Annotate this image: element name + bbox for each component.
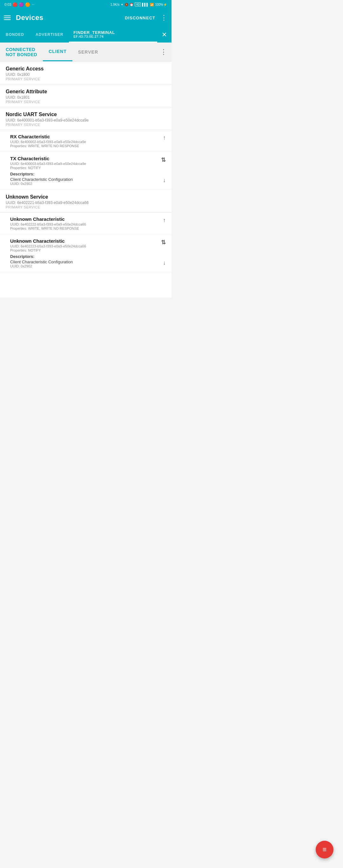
- service-uuid-0: UUID: 0x1800: [6, 72, 166, 77]
- char-descriptors-2-1: Descriptors:Client Characteristic Config…: [10, 172, 166, 186]
- connection-status-line2: NOT BONDED: [6, 52, 37, 57]
- hamburger-line-3: [4, 19, 11, 20]
- char-left-3-1: Unknown CharacteristicUUID: 6e402223-b5a…: [10, 238, 86, 252]
- hamburger-line-1: [4, 16, 11, 16]
- char-name-2-0: RX Characteristic: [10, 134, 86, 139]
- desc-name-3-1-0: Client Characteristic Configuration: [10, 259, 73, 264]
- desc-item-3-1-0: Client Characteristic ConfigurationUUID:…: [10, 259, 166, 268]
- char-uuid-2-1: UUID: 6e400003-b5a3-f393-e0a9-e50e24dcca…: [10, 162, 86, 165]
- service-name-3: Unknown Service: [6, 194, 166, 200]
- connection-more-button[interactable]: ⋮: [155, 48, 171, 56]
- desc-download-icon-3-1-0[interactable]: [163, 259, 166, 266]
- char-left-2-1: TX CharacteristicUUID: 6e400003-b5a3-f39…: [10, 156, 86, 170]
- service-block-1: Generic AttributeUUID: 0x1801PRIMARY SER…: [0, 84, 171, 107]
- desc-uuid-3-1-0: UUID: 0x2902: [10, 264, 73, 268]
- char-uuid-2-0: UUID: 6e400002-b5a3-f393-e0a9-e50e24dcca…: [10, 140, 86, 144]
- char-block-2-0: RX CharacteristicUUID: 6e400002-b5a3-f39…: [0, 130, 171, 152]
- app-icon-2: 🟣: [19, 2, 24, 7]
- time-display: 0:03: [4, 3, 11, 6]
- finder-tab-content: FINDER_TERMINAL EF:43:73:0E:27:74: [74, 30, 115, 38]
- char-left-2-0: RX CharacteristicUUID: 6e400002-b5a3-f39…: [10, 134, 86, 148]
- mute-icon: 🔕: [124, 3, 128, 6]
- menu-button[interactable]: [4, 16, 11, 20]
- page-title: Devices: [16, 13, 125, 22]
- char-upload-icon-3-0[interactable]: [163, 217, 166, 224]
- service-block-0: Generic AccessUUID: 0x1800PRIMARY SERVIC…: [0, 62, 171, 84]
- service-name-1: Generic Attribute: [6, 89, 166, 95]
- signal-icon: ▌▌▌: [142, 3, 149, 6]
- char-notify-icon-2-1[interactable]: [161, 156, 166, 163]
- more-dots: ···: [31, 3, 34, 6]
- char-block-3-1: Unknown CharacteristicUUID: 6e402223-b5a…: [0, 235, 171, 272]
- app-icon-3: 🟠: [25, 2, 30, 7]
- char-props-2-1: Properties: NOTIFY: [10, 166, 86, 170]
- more-options-button[interactable]: ⋮: [161, 13, 168, 22]
- status-left: 0:03 🔴 🟣 🟠 ···: [4, 2, 35, 7]
- char-header-2-0: RX CharacteristicUUID: 6e400002-b5a3-f39…: [10, 134, 166, 148]
- char-uuid-3-0: UUID: 6e402222-b5a3-f393-e0a9-e50e24dcca…: [10, 222, 86, 226]
- bonded-tab[interactable]: BONDED: [0, 27, 30, 42]
- char-props-3-1: Properties: NOTIFY: [10, 248, 86, 252]
- services-list: Generic AccessUUID: 0x1800PRIMARY SERVIC…: [0, 62, 171, 298]
- char-props-2-0: Properties: WRITE, WRITE NO RESPONSE: [10, 144, 86, 148]
- char-descriptors-3-1: Descriptors:Client Characteristic Config…: [10, 254, 166, 268]
- service-uuid-3: UUID: 6e402221-b5a3-f393-e0a9-e50e24dcca…: [6, 200, 166, 205]
- finder-device-name: FINDER_TERMINAL: [74, 30, 115, 35]
- service-type-3: PRIMARY SERVICE: [6, 205, 166, 209]
- service-type-2: PRIMARY SERVICE: [6, 123, 166, 127]
- bluetooth-icon: ✦: [121, 3, 123, 6]
- desc-label-2-1-0: Descriptors:: [10, 172, 166, 176]
- desc-left-2-1-0: Client Characteristic ConfigurationUUID:…: [10, 177, 73, 186]
- disconnect-button[interactable]: DISCONNECT: [125, 16, 155, 20]
- app-icon-1: 🔴: [12, 2, 18, 7]
- service-name-2: Nordic UART Service: [6, 112, 166, 117]
- char-block-3-0: Unknown CharacteristicUUID: 6e402222-b5a…: [0, 213, 171, 235]
- server-tab[interactable]: SERVER: [73, 42, 104, 61]
- connection-status-line1: CONNECTED: [6, 47, 37, 52]
- char-header-3-0: Unknown CharacteristicUUID: 6e402222-b5a…: [10, 216, 166, 230]
- alarm-icon: ⏰: [130, 3, 134, 6]
- char-upload-icon-2-0[interactable]: [163, 134, 166, 141]
- desc-label-3-1-0: Descriptors:: [10, 254, 166, 259]
- service-type-0: PRIMARY SERVICE: [6, 77, 166, 81]
- finder-tab[interactable]: FINDER_TERMINAL EF:43:73:0E:27:74: [69, 27, 157, 42]
- char-uuid-3-1: UUID: 6e402223-b5a3-f393-e0a9-e50e24dcca…: [10, 244, 86, 248]
- hamburger-line-2: [4, 18, 11, 18]
- char-left-3-0: Unknown CharacteristicUUID: 6e402222-b5a…: [10, 216, 86, 230]
- finder-close-button[interactable]: ✕: [157, 31, 171, 38]
- hd-icon: HD: [135, 3, 141, 6]
- connection-status: CONNECTED NOT BONDED: [0, 47, 43, 57]
- app-bar: Devices DISCONNECT ⋮: [0, 9, 171, 27]
- service-type-1: PRIMARY SERVICE: [6, 100, 166, 104]
- desc-download-icon-2-1-0[interactable]: [163, 177, 166, 184]
- desc-uuid-2-1-0: UUID: 0x2902: [10, 182, 73, 186]
- status-bar: 0:03 🔴 🟣 🟠 ··· 1.9K/s ✦ 🔕 ⏰ HD ▌▌▌ 📶 100…: [0, 0, 171, 9]
- desc-name-2-1-0: Client Characteristic Configuration: [10, 177, 73, 182]
- service-uuid-1: UUID: 0x1801: [6, 95, 166, 100]
- char-props-3-0: Properties: WRITE, WRITE NO RESPONSE: [10, 226, 86, 230]
- battery-display: 100%⚡: [155, 3, 167, 6]
- desc-left-3-1-0: Client Characteristic ConfigurationUUID:…: [10, 259, 73, 268]
- service-uuid-2: UUID: 6e400001-b5a3-f393-e0a9-e50e24dcca…: [6, 118, 166, 122]
- char-block-2-1: TX CharacteristicUUID: 6e400003-b5a3-f39…: [0, 152, 171, 190]
- desc-item-2-1-0: Client Characteristic ConfigurationUUID:…: [10, 177, 166, 186]
- finder-device-mac: EF:43:73:0E:27:74: [74, 35, 115, 38]
- advertiser-tab[interactable]: ADVERTISER: [30, 27, 69, 42]
- char-name-2-1: TX Characteristic: [10, 156, 86, 161]
- char-header-2-1: TX CharacteristicUUID: 6e400003-b5a3-f39…: [10, 156, 166, 170]
- wifi-icon: 📶: [150, 3, 154, 6]
- connection-bar: CONNECTED NOT BONDED CLIENT SERVER ⋮: [0, 42, 171, 62]
- service-name-0: Generic Access: [6, 66, 166, 72]
- connection-tabs: CLIENT SERVER: [43, 42, 155, 61]
- client-tab[interactable]: CLIENT: [43, 42, 73, 61]
- char-name-3-0: Unknown Characteristic: [10, 216, 86, 222]
- device-tabs: BONDED ADVERTISER FINDER_TERMINAL EF:43:…: [0, 27, 171, 42]
- char-header-3-1: Unknown CharacteristicUUID: 6e402223-b5a…: [10, 238, 166, 252]
- network-speed: 1.9K/s: [111, 3, 119, 6]
- char-notify-icon-3-1[interactable]: [161, 239, 166, 246]
- service-block-2: Nordic UART ServiceUUID: 6e400001-b5a3-f…: [0, 107, 171, 130]
- char-name-3-1: Unknown Characteristic: [10, 238, 86, 244]
- service-block-3: Unknown ServiceUUID: 6e402221-b5a3-f393-…: [0, 190, 171, 213]
- status-right: 1.9K/s ✦ 🔕 ⏰ HD ▌▌▌ 📶 100%⚡: [111, 3, 167, 6]
